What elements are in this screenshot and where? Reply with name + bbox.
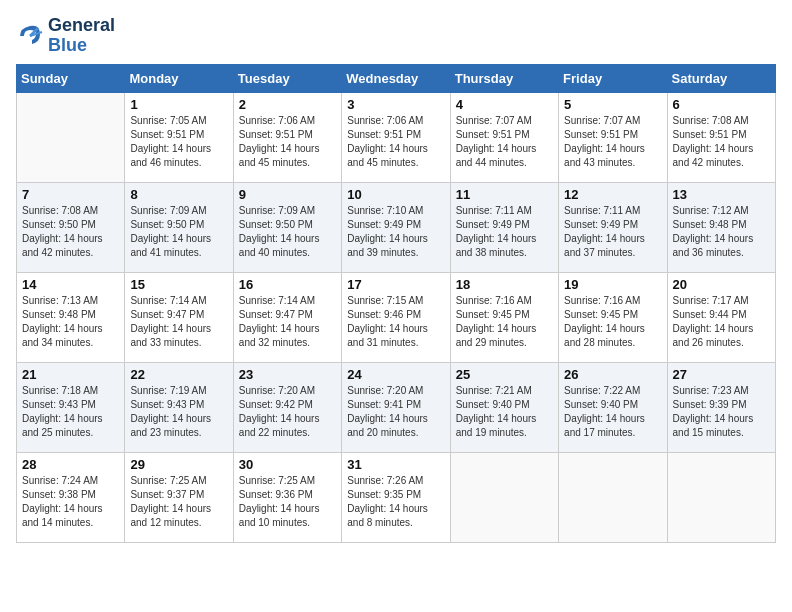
calendar-cell: 8Sunrise: 7:09 AM Sunset: 9:50 PM Daylig… — [125, 182, 233, 272]
calendar-cell — [559, 452, 667, 542]
day-header-saturday: Saturday — [667, 64, 775, 92]
cell-info: Sunrise: 7:13 AM Sunset: 9:48 PM Dayligh… — [22, 294, 119, 350]
day-header-wednesday: Wednesday — [342, 64, 450, 92]
calendar-cell: 27Sunrise: 7:23 AM Sunset: 9:39 PM Dayli… — [667, 362, 775, 452]
cell-info: Sunrise: 7:20 AM Sunset: 9:41 PM Dayligh… — [347, 384, 444, 440]
cell-info: Sunrise: 7:25 AM Sunset: 9:36 PM Dayligh… — [239, 474, 336, 530]
cell-info: Sunrise: 7:07 AM Sunset: 9:51 PM Dayligh… — [564, 114, 661, 170]
cell-info: Sunrise: 7:24 AM Sunset: 9:38 PM Dayligh… — [22, 474, 119, 530]
calendar-cell: 23Sunrise: 7:20 AM Sunset: 9:42 PM Dayli… — [233, 362, 341, 452]
day-number: 7 — [22, 187, 119, 202]
cell-info: Sunrise: 7:25 AM Sunset: 9:37 PM Dayligh… — [130, 474, 227, 530]
day-number: 21 — [22, 367, 119, 382]
day-number: 3 — [347, 97, 444, 112]
day-number: 11 — [456, 187, 553, 202]
cell-info: Sunrise: 7:23 AM Sunset: 9:39 PM Dayligh… — [673, 384, 770, 440]
day-number: 24 — [347, 367, 444, 382]
calendar-cell: 10Sunrise: 7:10 AM Sunset: 9:49 PM Dayli… — [342, 182, 450, 272]
cell-info: Sunrise: 7:06 AM Sunset: 9:51 PM Dayligh… — [239, 114, 336, 170]
calendar-cell: 31Sunrise: 7:26 AM Sunset: 9:35 PM Dayli… — [342, 452, 450, 542]
cell-info: Sunrise: 7:22 AM Sunset: 9:40 PM Dayligh… — [564, 384, 661, 440]
calendar-cell — [667, 452, 775, 542]
calendar-cell: 18Sunrise: 7:16 AM Sunset: 9:45 PM Dayli… — [450, 272, 558, 362]
cell-info: Sunrise: 7:08 AM Sunset: 9:51 PM Dayligh… — [673, 114, 770, 170]
day-header-tuesday: Tuesday — [233, 64, 341, 92]
calendar-cell: 25Sunrise: 7:21 AM Sunset: 9:40 PM Dayli… — [450, 362, 558, 452]
cell-info: Sunrise: 7:14 AM Sunset: 9:47 PM Dayligh… — [130, 294, 227, 350]
logo-text: General Blue — [48, 16, 115, 56]
calendar-cell: 20Sunrise: 7:17 AM Sunset: 9:44 PM Dayli… — [667, 272, 775, 362]
day-number: 22 — [130, 367, 227, 382]
day-number: 26 — [564, 367, 661, 382]
day-number: 28 — [22, 457, 119, 472]
day-number: 14 — [22, 277, 119, 292]
calendar-cell — [450, 452, 558, 542]
day-number: 31 — [347, 457, 444, 472]
cell-info: Sunrise: 7:21 AM Sunset: 9:40 PM Dayligh… — [456, 384, 553, 440]
calendar-cell: 4Sunrise: 7:07 AM Sunset: 9:51 PM Daylig… — [450, 92, 558, 182]
calendar-cell: 9Sunrise: 7:09 AM Sunset: 9:50 PM Daylig… — [233, 182, 341, 272]
cell-info: Sunrise: 7:16 AM Sunset: 9:45 PM Dayligh… — [456, 294, 553, 350]
calendar-week-row: 1Sunrise: 7:05 AM Sunset: 9:51 PM Daylig… — [17, 92, 776, 182]
cell-info: Sunrise: 7:11 AM Sunset: 9:49 PM Dayligh… — [456, 204, 553, 260]
calendar-cell — [17, 92, 125, 182]
cell-info: Sunrise: 7:10 AM Sunset: 9:49 PM Dayligh… — [347, 204, 444, 260]
day-number: 6 — [673, 97, 770, 112]
day-number: 30 — [239, 457, 336, 472]
cell-info: Sunrise: 7:15 AM Sunset: 9:46 PM Dayligh… — [347, 294, 444, 350]
calendar-cell: 2Sunrise: 7:06 AM Sunset: 9:51 PM Daylig… — [233, 92, 341, 182]
calendar-cell: 6Sunrise: 7:08 AM Sunset: 9:51 PM Daylig… — [667, 92, 775, 182]
day-number: 20 — [673, 277, 770, 292]
logo-icon — [16, 22, 44, 50]
cell-info: Sunrise: 7:14 AM Sunset: 9:47 PM Dayligh… — [239, 294, 336, 350]
day-number: 23 — [239, 367, 336, 382]
day-header-friday: Friday — [559, 64, 667, 92]
cell-info: Sunrise: 7:17 AM Sunset: 9:44 PM Dayligh… — [673, 294, 770, 350]
calendar-cell: 16Sunrise: 7:14 AM Sunset: 9:47 PM Dayli… — [233, 272, 341, 362]
day-header-monday: Monday — [125, 64, 233, 92]
calendar-cell: 3Sunrise: 7:06 AM Sunset: 9:51 PM Daylig… — [342, 92, 450, 182]
calendar-cell: 19Sunrise: 7:16 AM Sunset: 9:45 PM Dayli… — [559, 272, 667, 362]
calendar-cell: 15Sunrise: 7:14 AM Sunset: 9:47 PM Dayli… — [125, 272, 233, 362]
calendar-cell: 30Sunrise: 7:25 AM Sunset: 9:36 PM Dayli… — [233, 452, 341, 542]
page-header: General Blue — [16, 16, 776, 56]
day-number: 5 — [564, 97, 661, 112]
calendar-week-row: 28Sunrise: 7:24 AM Sunset: 9:38 PM Dayli… — [17, 452, 776, 542]
day-number: 2 — [239, 97, 336, 112]
calendar-cell: 28Sunrise: 7:24 AM Sunset: 9:38 PM Dayli… — [17, 452, 125, 542]
day-number: 10 — [347, 187, 444, 202]
cell-info: Sunrise: 7:11 AM Sunset: 9:49 PM Dayligh… — [564, 204, 661, 260]
cell-info: Sunrise: 7:09 AM Sunset: 9:50 PM Dayligh… — [130, 204, 227, 260]
day-number: 19 — [564, 277, 661, 292]
calendar-cell: 1Sunrise: 7:05 AM Sunset: 9:51 PM Daylig… — [125, 92, 233, 182]
day-number: 8 — [130, 187, 227, 202]
day-number: 1 — [130, 97, 227, 112]
calendar-cell: 14Sunrise: 7:13 AM Sunset: 9:48 PM Dayli… — [17, 272, 125, 362]
calendar-cell: 26Sunrise: 7:22 AM Sunset: 9:40 PM Dayli… — [559, 362, 667, 452]
calendar-cell: 29Sunrise: 7:25 AM Sunset: 9:37 PM Dayli… — [125, 452, 233, 542]
calendar-week-row: 21Sunrise: 7:18 AM Sunset: 9:43 PM Dayli… — [17, 362, 776, 452]
calendar-cell: 12Sunrise: 7:11 AM Sunset: 9:49 PM Dayli… — [559, 182, 667, 272]
day-number: 4 — [456, 97, 553, 112]
day-number: 12 — [564, 187, 661, 202]
day-number: 27 — [673, 367, 770, 382]
cell-info: Sunrise: 7:06 AM Sunset: 9:51 PM Dayligh… — [347, 114, 444, 170]
day-number: 15 — [130, 277, 227, 292]
day-number: 16 — [239, 277, 336, 292]
day-number: 17 — [347, 277, 444, 292]
day-number: 9 — [239, 187, 336, 202]
calendar-cell: 5Sunrise: 7:07 AM Sunset: 9:51 PM Daylig… — [559, 92, 667, 182]
calendar-cell: 11Sunrise: 7:11 AM Sunset: 9:49 PM Dayli… — [450, 182, 558, 272]
calendar-cell: 13Sunrise: 7:12 AM Sunset: 9:48 PM Dayli… — [667, 182, 775, 272]
day-header-sunday: Sunday — [17, 64, 125, 92]
calendar-cell: 17Sunrise: 7:15 AM Sunset: 9:46 PM Dayli… — [342, 272, 450, 362]
day-number: 25 — [456, 367, 553, 382]
calendar-cell: 24Sunrise: 7:20 AM Sunset: 9:41 PM Dayli… — [342, 362, 450, 452]
cell-info: Sunrise: 7:12 AM Sunset: 9:48 PM Dayligh… — [673, 204, 770, 260]
days-header-row: SundayMondayTuesdayWednesdayThursdayFrid… — [17, 64, 776, 92]
cell-info: Sunrise: 7:26 AM Sunset: 9:35 PM Dayligh… — [347, 474, 444, 530]
day-number: 18 — [456, 277, 553, 292]
day-header-thursday: Thursday — [450, 64, 558, 92]
day-number: 13 — [673, 187, 770, 202]
cell-info: Sunrise: 7:07 AM Sunset: 9:51 PM Dayligh… — [456, 114, 553, 170]
